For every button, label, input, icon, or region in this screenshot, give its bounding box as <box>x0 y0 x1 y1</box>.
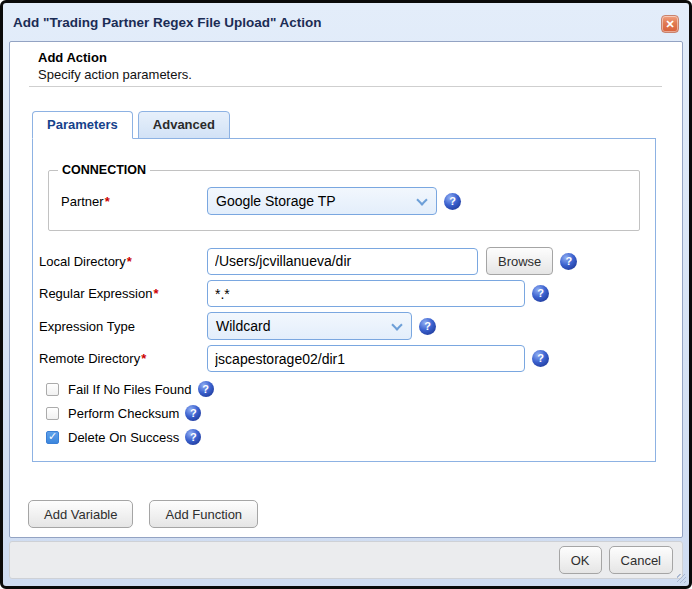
required-asterisk: * <box>127 254 132 269</box>
remote-directory-input[interactable] <box>207 345 525 372</box>
fail-if-no-files-found-row: Fail If No Files Found ? <box>33 381 655 397</box>
wizard-panel: Add Action Specify action parameters. Pa… <box>9 41 683 538</box>
perform-checksum-row: Perform Checksum ? <box>33 405 655 421</box>
close-icon: ✕ <box>665 18 674 30</box>
tab-bar: Parameters Advanced <box>32 111 682 139</box>
partner-select[interactable]: Google Storage TP <box>207 187 437 215</box>
fail-if-no-files-found-help-icon[interactable]: ? <box>198 381 214 397</box>
dialog-titlebar[interactable]: Add "Trading Partner Regex File Upload" … <box>3 3 689 41</box>
partner-label-text: Partner <box>61 194 104 209</box>
partner-select-value: Google Storage TP <box>216 193 336 209</box>
parameters-tab-panel: CONNECTION Partner* Google Storage TP ? … <box>32 138 656 462</box>
local-directory-label-text: Local Directory <box>39 254 126 269</box>
regular-expression-help-icon[interactable]: ? <box>532 285 549 302</box>
remote-directory-help-icon[interactable]: ? <box>532 350 549 367</box>
delete-on-success-help-icon[interactable]: ? <box>185 429 201 445</box>
cancel-button[interactable]: Cancel <box>609 546 673 574</box>
checkbox-group: Fail If No Files Found ? Perform Checksu… <box>33 381 655 445</box>
add-action-dialog: Add "Trading Partner Regex File Upload" … <box>0 0 692 589</box>
regular-expression-input[interactable] <box>207 280 525 307</box>
local-directory-input[interactable] <box>207 248 478 275</box>
partner-row: Partner* Google Storage TP ? <box>49 187 639 215</box>
local-directory-row: Local Directory* Browse ? <box>33 247 655 275</box>
perform-checksum-label: Perform Checksum <box>68 406 179 421</box>
regular-expression-label: Regular Expression* <box>39 286 207 301</box>
expression-type-select[interactable]: Wildcard <box>207 312 412 340</box>
regular-expression-row: Regular Expression* ? <box>33 280 655 307</box>
remote-directory-label-text: Remote Directory <box>39 351 140 366</box>
partner-label: Partner* <box>61 194 207 209</box>
panel-subtitle: Specify action parameters. <box>38 66 682 83</box>
required-asterisk: * <box>141 351 146 366</box>
regular-expression-label-text: Regular Expression <box>39 286 152 301</box>
perform-checksum-help-icon[interactable]: ? <box>185 405 201 421</box>
local-directory-label: Local Directory* <box>39 254 207 269</box>
connection-legend: CONNECTION <box>58 163 150 177</box>
header-divider <box>29 86 662 87</box>
chevron-down-icon <box>416 194 427 205</box>
fail-if-no-files-found-checkbox[interactable] <box>46 383 59 396</box>
partner-help-icon[interactable]: ? <box>444 193 461 210</box>
connection-fieldset: CONNECTION Partner* Google Storage TP ? <box>48 163 640 231</box>
delete-on-success-label: Delete On Success <box>68 430 179 445</box>
expression-type-row: Expression Type Wildcard ? <box>33 312 655 340</box>
tab-parameters-label: Parameters <box>47 117 118 132</box>
browse-button[interactable]: Browse <box>486 247 553 275</box>
remote-directory-row: Remote Directory* ? <box>33 345 655 372</box>
remote-directory-label: Remote Directory* <box>39 351 207 366</box>
tab-parameters[interactable]: Parameters <box>32 111 133 139</box>
delete-on-success-row: Delete On Success ? <box>33 429 655 445</box>
expression-type-help-icon[interactable]: ? <box>419 318 436 335</box>
expression-type-select-value: Wildcard <box>216 318 270 334</box>
expression-type-label: Expression Type <box>39 319 207 334</box>
ok-button[interactable]: OK <box>559 546 602 574</box>
dialog-title: Add "Trading Partner Regex File Upload" … <box>13 15 322 30</box>
tab-advanced-label: Advanced <box>153 117 215 132</box>
required-asterisk: * <box>153 286 158 301</box>
close-button[interactable]: ✕ <box>661 15 679 33</box>
tab-advanced[interactable]: Advanced <box>138 111 230 139</box>
form-rows: Local Directory* Browse ? Regular Expres… <box>33 247 655 372</box>
delete-on-success-checkbox[interactable] <box>46 431 59 444</box>
panel-title: Add Action <box>38 49 682 66</box>
variable-function-buttons: Add Variable Add Function <box>28 500 682 528</box>
add-function-button[interactable]: Add Function <box>149 500 258 528</box>
footer-bar: OK Cancel <box>9 541 683 579</box>
resize-grip-icon[interactable] <box>677 574 686 583</box>
panel-header: Add Action Specify action parameters. <box>10 42 682 83</box>
local-directory-help-icon[interactable]: ? <box>560 253 577 270</box>
fail-if-no-files-found-label: Fail If No Files Found <box>68 382 192 397</box>
required-asterisk: * <box>105 194 110 209</box>
add-variable-button[interactable]: Add Variable <box>28 500 133 528</box>
perform-checksum-checkbox[interactable] <box>46 407 59 420</box>
chevron-down-icon <box>391 319 402 330</box>
expression-type-label-text: Expression Type <box>39 319 135 334</box>
